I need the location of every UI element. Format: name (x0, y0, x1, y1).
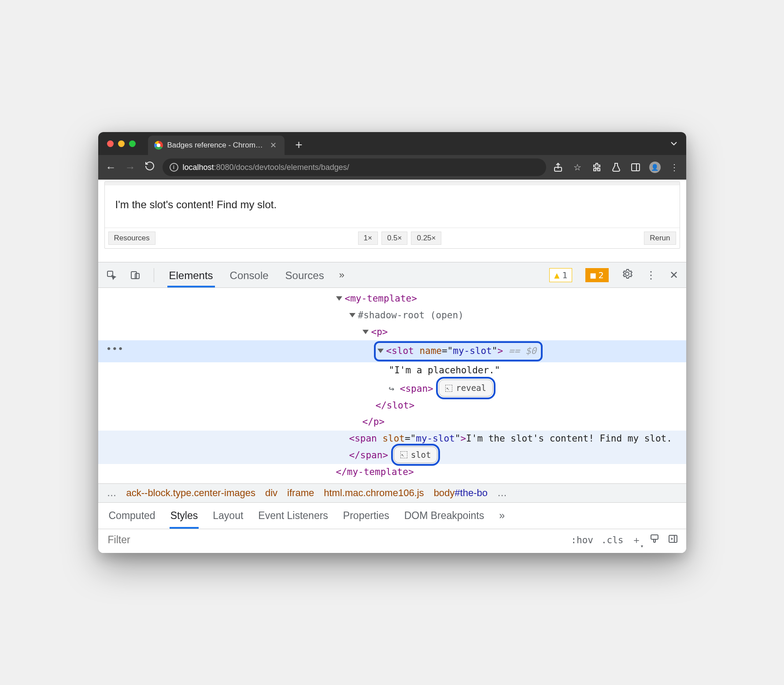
svg-rect-5 (135, 273, 139, 279)
tab-dom-breakpoints[interactable]: DOM Breakpoints (403, 507, 485, 524)
caret-icon[interactable] (349, 313, 355, 317)
share-icon[interactable] (552, 162, 564, 173)
crumb-ellipsis-right[interactable]: … (497, 487, 507, 499)
hov-button[interactable]: :hov (571, 535, 593, 545)
tree-node-slot-selected[interactable]: ••• <slot name="my-slot"> == $0 (98, 340, 686, 362)
bookmark-star-icon[interactable]: ☆ (572, 162, 583, 173)
demo-text: I'm the slot's content! Find my slot. (113, 190, 672, 223)
tree-node-text-placeholder[interactable]: "I'm a placeholder." (98, 362, 686, 379)
crumb-item[interactable]: body#the-bo (434, 487, 488, 499)
tab-layout[interactable]: Layout (212, 507, 244, 524)
demo-panel: I'm the slot's content! Find my slot. Re… (104, 181, 680, 249)
zoom-1x-button[interactable]: 1× (358, 232, 378, 245)
forward-button[interactable]: → (124, 161, 137, 173)
styles-filter-row: :hov .cls ＋▾ (98, 529, 686, 553)
err-count: 2 (598, 270, 603, 280)
tab-elements[interactable]: Elements (167, 263, 215, 287)
browser-tab[interactable]: Badges reference - Chrome De ✕ (148, 136, 285, 155)
resources-button[interactable]: Resources (108, 232, 155, 245)
reveal-chip-icon (445, 385, 452, 392)
tab-computed[interactable]: Computed (108, 507, 156, 524)
zoom-0.25x-button[interactable]: 0.25× (411, 232, 441, 245)
cls-button[interactable]: .cls (601, 535, 624, 545)
errors-badge[interactable]: ■ 2 (585, 268, 608, 282)
dom-breadcrumbs[interactable]: … ack--block.type.center-images div ifra… (98, 483, 686, 503)
crumb-item[interactable]: div (265, 487, 277, 499)
svg-rect-6 (651, 535, 658, 539)
browser-window: Badges reference - Chrome De ✕ + ← → i l… (98, 132, 686, 552)
svg-rect-4 (131, 272, 137, 279)
url-host: localhost (183, 163, 214, 172)
url-input[interactable]: i localhost:8080/docs/devtools/elements/… (163, 158, 546, 176)
devtools-kebab-icon[interactable]: ⋮ (646, 269, 656, 281)
tab-close-icon[interactable]: ✕ (268, 140, 278, 150)
demo-toolbar: Resources 1× 0.5× 0.25× Rerun (105, 228, 680, 248)
tree-node-slot-close[interactable]: </slot> (98, 398, 686, 414)
profile-avatar-icon[interactable]: 👤 (649, 162, 661, 173)
reload-button[interactable] (143, 161, 156, 174)
device-toggle-icon[interactable] (130, 270, 141, 280)
rerun-button[interactable]: Rerun (644, 232, 676, 245)
new-tab-button[interactable]: + (292, 138, 306, 152)
labs-flask-icon[interactable] (610, 162, 622, 173)
tree-node-shadow-root[interactable]: #shadow-root (open) (98, 307, 686, 324)
crumb-item[interactable]: html.mac.chrome106.js (324, 487, 424, 499)
caret-icon[interactable] (336, 296, 342, 301)
close-window-button[interactable] (107, 140, 114, 147)
tree-node-span-reveal[interactable]: ↪ <span> reveal (98, 379, 686, 397)
highlight-outline: <slot name="my-slot"> == $0 (374, 341, 543, 361)
toggle-sidebar-icon[interactable] (668, 534, 678, 547)
sidepanel-icon[interactable] (630, 162, 641, 173)
caret-icon[interactable] (377, 349, 384, 353)
warning-triangle-icon: ▲ (554, 270, 559, 280)
chrome-favicon-icon (154, 141, 163, 150)
caret-icon[interactable] (362, 330, 369, 334)
svg-rect-1 (632, 164, 640, 171)
more-styles-tabs-icon[interactable]: » (498, 507, 506, 524)
inspect-element-icon[interactable] (106, 270, 117, 280)
toolbar-icons: ☆ 👤 ⋮ (552, 162, 680, 173)
tree-node-p[interactable]: <p> (98, 324, 686, 341)
extensions-icon[interactable] (591, 162, 603, 173)
minimize-window-button[interactable] (118, 140, 125, 147)
crumb-ellipsis-left[interactable]: … (107, 487, 117, 499)
maximize-window-button[interactable] (129, 140, 136, 147)
url-path: /docs/devtools/elements/badges/ (234, 163, 349, 172)
tab-styles[interactable]: Styles (170, 507, 199, 524)
tree-node-p-close[interactable]: </p> (98, 414, 686, 431)
dom-tree[interactable]: <my-template> #shadow-root (open) <p> ••… (98, 288, 686, 483)
tab-event-listeners[interactable]: Event Listeners (257, 507, 329, 524)
back-button[interactable]: ← (104, 161, 118, 173)
zoom-0.5x-button[interactable]: 0.5× (381, 232, 408, 245)
separator (154, 268, 154, 282)
slot-chip[interactable]: slot (394, 446, 438, 463)
tree-node-my-template[interactable]: <my-template> (98, 291, 686, 307)
reveal-chip[interactable]: reveal (439, 379, 493, 396)
tab-title: Badges reference - Chrome De (167, 141, 264, 150)
devtools-panel: Elements Console Sources » ▲ 1 ■ 2 ⋮ ✕ <… (98, 262, 686, 552)
new-style-rule-icon[interactable]: ＋▾ (632, 534, 641, 547)
address-bar: ← → i localhost:8080/docs/devtools/eleme… (98, 155, 686, 180)
paint-brush-icon[interactable] (649, 534, 660, 547)
slot-chip-icon (400, 451, 407, 458)
crumb-item[interactable]: iframe (287, 487, 314, 499)
tab-properties[interactable]: Properties (342, 507, 390, 524)
kebab-menu-icon[interactable]: ⋮ (669, 162, 680, 173)
url-port: :8080 (214, 163, 234, 172)
error-square-icon: ■ (590, 270, 595, 280)
chevron-down-icon[interactable] (669, 138, 679, 151)
styles-filter-input[interactable] (108, 534, 563, 546)
more-tabs-icon[interactable]: » (339, 269, 344, 281)
site-info-icon[interactable]: i (170, 163, 178, 172)
row-actions-icon[interactable]: ••• (106, 341, 124, 357)
tab-console[interactable]: Console (228, 263, 270, 287)
devtools-close-icon[interactable]: ✕ (669, 269, 678, 281)
tree-node-span-slot[interactable]: <span slot="my-slot">I'm the slot's cont… (98, 431, 686, 464)
warnings-badge[interactable]: ▲ 1 (549, 268, 572, 282)
devtools-tabs: Elements Console Sources » ▲ 1 ■ 2 ⋮ ✕ (98, 262, 686, 288)
settings-gear-icon[interactable] (622, 269, 632, 282)
tab-sources[interactable]: Sources (284, 263, 326, 287)
window-controls (107, 140, 136, 147)
crumb-item[interactable]: ack--block.type.center-images (126, 487, 255, 499)
tree-node-my-template-close[interactable]: </my-template> (98, 464, 686, 481)
